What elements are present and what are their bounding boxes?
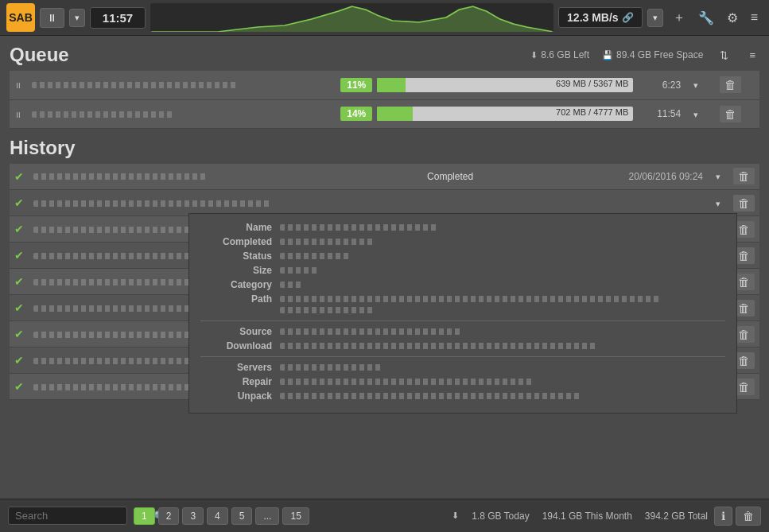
check-icon: ✔ <box>14 354 24 367</box>
history-item-name <box>33 358 208 364</box>
queue-pause-icon: ⏸ <box>14 81 22 90</box>
check-icon: ✔ <box>14 328 24 340</box>
history-item-dropdown[interactable]: ▾ <box>713 170 724 183</box>
page-last-button[interactable]: 15 <box>282 507 309 525</box>
detail-category-value <box>280 279 725 290</box>
detail-popup: Name Completed Status Size Category Path <box>188 213 737 414</box>
detail-repair-value <box>280 376 725 387</box>
check-icon: ✔ <box>14 301 24 314</box>
queue-time: 11:54 <box>638 99 685 128</box>
detail-path-value <box>280 293 725 316</box>
detail-completed-squiggle <box>280 239 375 245</box>
queue-delete-button[interactable]: 🗑 <box>720 76 741 93</box>
info-button[interactable]: ℹ <box>714 507 732 526</box>
pause-dropdown-button[interactable]: ▾ <box>69 9 85 27</box>
history-delete-button[interactable]: 🗑 <box>733 168 755 184</box>
queue-title: Queue <box>10 44 69 66</box>
check-icon: ✔ <box>14 249 24 262</box>
progress-fill <box>377 107 413 121</box>
progress-bar-wrap: 11% 639 MB / 5367 MB <box>340 78 633 92</box>
detail-category-row: Category <box>200 279 725 290</box>
free-space-item: 💾 89.4 GB Free Space <box>602 49 703 60</box>
queue-sort-button[interactable]: ⇅ <box>716 48 732 63</box>
check-icon: ✔ <box>14 196 24 209</box>
queue-item-dropdown[interactable]: ▾ <box>690 108 701 121</box>
detail-download-value <box>280 340 725 351</box>
menu-button[interactable]: ≡ <box>746 7 763 28</box>
topbar: SAB ⏸ ▾ 11:57 12.3 MB/s 🔗 ▾ ＋ 🔧 ⚙ ≡ <box>0 0 769 36</box>
page-5-button[interactable]: 5 <box>231 507 253 525</box>
check-icon: ✔ <box>14 170 24 183</box>
stat-total: 394.2 GB Total <box>645 511 708 522</box>
detail-status-value <box>280 250 725 262</box>
time-display: 11:57 <box>90 7 146 29</box>
detail-repair-row: Repair <box>200 376 725 387</box>
progress-pct: 14% <box>340 107 372 121</box>
pagination: 1 2 3 4 5 ... 15 <box>134 507 309 525</box>
detail-source-row: Source <box>200 326 725 337</box>
queue-meta: ⬇ 8.6 GB Left 💾 89.4 GB Free Space ⇅ ≡ <box>530 48 759 63</box>
gb-left-item: ⬇ 8.6 GB Left <box>530 49 589 60</box>
detail-path-squiggle2 <box>280 307 375 313</box>
queue-item-name <box>32 82 239 88</box>
detail-status-row: Status <box>200 250 725 262</box>
detail-name-row: Name <box>200 222 725 233</box>
add-button[interactable]: ＋ <box>668 6 690 29</box>
progress-size-text: 639 MB / 5367 MB <box>556 79 628 88</box>
detail-servers-label: Servers <box>200 362 272 373</box>
detail-name-squiggle <box>280 224 439 231</box>
detail-unpack-squiggle <box>280 393 582 399</box>
detail-size-row: Size <box>200 265 725 276</box>
check-icon: ✔ <box>14 275 24 288</box>
page-ellipsis-button[interactable]: ... <box>255 507 279 525</box>
history-item-dropdown[interactable]: ▾ <box>713 197 724 210</box>
detail-name-value <box>280 222 725 233</box>
page-2-button[interactable]: 2 <box>158 507 180 525</box>
status-badge: Completed <box>427 171 473 182</box>
download-icon-bottom: ⬇ <box>452 511 459 521</box>
detail-source-label: Source <box>200 326 272 337</box>
progress-bg: 702 MB / 4777 MB <box>377 107 633 121</box>
queue-row: ⏸ 14% 702 MB / 4777 MB 11:54 ▾ 🗑 <box>10 99 759 128</box>
detail-status-squiggle <box>280 253 351 259</box>
page-1-button[interactable]: 1 <box>134 507 155 525</box>
detail-size-squiggle <box>280 267 320 274</box>
speed-dropdown-button[interactable]: ▾ <box>647 9 663 27</box>
history-item-name <box>33 173 208 180</box>
speed-graph <box>150 3 553 32</box>
progress-bg: 639 MB / 5367 MB <box>377 78 633 92</box>
queue-pause-icon: ⏸ <box>14 111 22 119</box>
queue-options-button[interactable]: ≡ <box>745 48 759 63</box>
detail-size-label: Size <box>200 265 272 276</box>
settings-button[interactable]: ⚙ <box>722 7 743 29</box>
history-delete-button[interactable]: 🗑 <box>733 195 755 212</box>
wrench-button[interactable]: 🔧 <box>693 7 719 29</box>
queue-header: Queue ⬇ 8.6 GB Left 💾 89.4 GB Free Space… <box>10 44 759 66</box>
detail-divider <box>200 320 725 321</box>
check-icon: ✔ <box>14 223 24 235</box>
detail-divider2 <box>200 356 725 357</box>
detail-category-label: Category <box>200 279 272 290</box>
queue-item-dropdown[interactable]: ▾ <box>690 79 701 91</box>
detail-servers-value <box>280 362 725 373</box>
detail-source-value <box>280 326 725 337</box>
history-row: ✔ ▾ 🗑 <box>10 190 759 216</box>
detail-unpack-row: Unpack <box>200 390 725 402</box>
detail-unpack-value <box>280 390 725 402</box>
search-input[interactable] <box>15 510 149 522</box>
queue-delete-button[interactable]: 🗑 <box>720 106 741 122</box>
bottom-delete-button[interactable]: 🗑 <box>736 507 761 526</box>
app-logo: SAB <box>6 3 35 32</box>
detail-source-squiggle <box>280 328 463 335</box>
detail-repair-label: Repair <box>200 376 272 387</box>
search-wrap: 🔍 <box>8 507 127 525</box>
progress-pct: 11% <box>340 78 372 92</box>
stat-today: 1.8 GB Today <box>472 511 530 522</box>
page-4-button[interactable]: 4 <box>207 507 228 525</box>
detail-name-label: Name <box>200 222 272 233</box>
check-icon: ✔ <box>14 380 24 393</box>
detail-servers-row: Servers <box>200 362 725 373</box>
detail-path-row: Path <box>200 293 725 316</box>
pause-button[interactable]: ⏸ <box>40 8 64 28</box>
page-3-button[interactable]: 3 <box>182 507 204 525</box>
